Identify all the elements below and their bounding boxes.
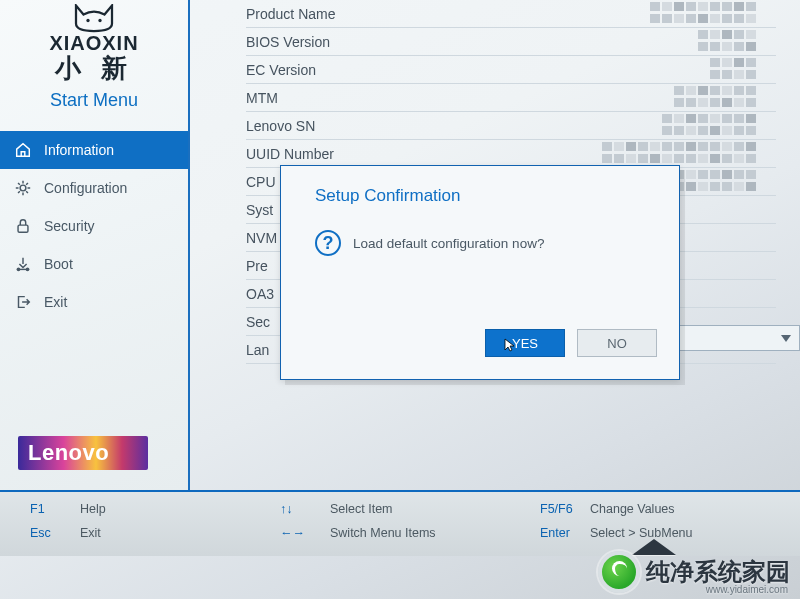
footer-bar: F1Help↑↓Select ItemF5/F6Change ValuesEsc… [0, 490, 800, 556]
sidebar-item-label: Configuration [44, 180, 127, 196]
key-hint: ←→Switch Menu Items [280, 526, 540, 540]
key-hint-text: Exit [80, 526, 101, 540]
info-row: Lenovo SN [246, 112, 776, 140]
info-row: BIOS Version [246, 28, 776, 56]
redacted-value [650, 2, 756, 24]
sidebar-item-label: Security [44, 218, 95, 234]
svg-point-1 [98, 19, 101, 22]
info-value [526, 84, 776, 111]
brand-block: XIAOXIN 小 新 Start Menu [0, 0, 188, 111]
key-hint-text: Change Values [590, 502, 675, 516]
info-row: MTM [246, 84, 776, 112]
redacted-value [602, 142, 756, 164]
watermark: 纯净系统家园 www.yidaimei.com [576, 549, 796, 597]
info-label: BIOS Version [246, 34, 526, 50]
boot-icon [14, 255, 32, 273]
key-hint-key: Enter [540, 526, 576, 540]
exit-icon [14, 293, 32, 311]
bios-screen: XIAOXIN 小 新 Start Menu Information Confi… [0, 0, 800, 599]
sidebar-item-security[interactable]: Security [0, 207, 188, 245]
modal-title: Setup Confirmation [281, 166, 679, 206]
key-hint: F5/F6Change Values [540, 502, 780, 516]
sidebar-item-exit[interactable]: Exit [0, 283, 188, 321]
sidebar-item-label: Information [44, 142, 114, 158]
key-hint-key: F5/F6 [540, 502, 576, 516]
info-label: MTM [246, 90, 526, 106]
key-hints: F1Help↑↓Select ItemF5/F6Change ValuesEsc… [30, 502, 770, 540]
yes-button[interactable]: YES [485, 329, 565, 357]
svg-rect-3 [18, 225, 28, 232]
info-value [526, 140, 776, 167]
no-button-label: NO [607, 336, 627, 351]
mouse-cursor-icon [504, 338, 516, 355]
key-hint-key: Esc [30, 526, 66, 540]
info-label: Lenovo SN [246, 118, 526, 134]
redacted-value [710, 58, 756, 80]
gear-icon [14, 179, 32, 197]
lock-icon [14, 217, 32, 235]
sidebar-item-label: Exit [44, 294, 67, 310]
key-hint: EscExit [30, 526, 280, 540]
key-hint-key: ↑↓ [280, 502, 316, 516]
setup-confirmation-dialog: Setup Confirmation ? Load default config… [280, 165, 680, 380]
home-icon [14, 141, 32, 159]
info-value [526, 56, 776, 83]
key-hint: F1Help [30, 502, 280, 516]
key-hint-text: Select > SubMenu [590, 526, 693, 540]
brand-cat-icon [64, 4, 124, 34]
key-hint-key: ←→ [280, 526, 316, 540]
info-row: EC Version [246, 56, 776, 84]
sidebar-item-information[interactable]: Information [0, 131, 188, 169]
svg-point-0 [86, 19, 89, 22]
key-hint: ↑↓Select Item [280, 502, 540, 516]
info-row: UUID Number [246, 140, 776, 168]
modal-body: ? Load default configuration now? [281, 206, 679, 256]
info-row: Product Name [246, 0, 776, 28]
info-value [526, 28, 776, 55]
key-hint: EnterSelect > SubMenu [540, 526, 780, 540]
sidebar: XIAOXIN 小 新 Start Menu Information Confi… [0, 0, 190, 490]
redacted-value [698, 30, 756, 52]
watermark-url: www.yidaimei.com [706, 584, 788, 595]
info-value [526, 0, 776, 27]
redacted-value [674, 86, 756, 108]
sidebar-item-boot[interactable]: Boot [0, 245, 188, 283]
sidebar-item-label: Boot [44, 256, 73, 272]
modal-message: Load default configuration now? [353, 236, 544, 251]
watermark-logo-icon [598, 551, 640, 593]
svg-point-2 [20, 185, 26, 191]
info-label: EC Version [246, 62, 526, 78]
question-icon: ? [315, 230, 341, 256]
sidebar-nav: Information Configuration Security Boot [0, 131, 188, 321]
info-value [526, 112, 776, 139]
brand-cn: 小 新 [55, 51, 132, 86]
modal-actions: YES NO [485, 329, 657, 357]
info-label: Product Name [246, 6, 526, 22]
lenovo-logo: Lenovo [18, 436, 148, 470]
sidebar-item-configuration[interactable]: Configuration [0, 169, 188, 207]
key-hint-key: F1 [30, 502, 66, 516]
redacted-value [662, 114, 756, 136]
key-hint-text: Help [80, 502, 106, 516]
key-hint-text: Select Item [330, 502, 393, 516]
key-hint-text: Switch Menu Items [330, 526, 436, 540]
no-button[interactable]: NO [577, 329, 657, 357]
brand-start-menu: Start Menu [50, 90, 138, 111]
info-label: UUID Number [246, 146, 526, 162]
